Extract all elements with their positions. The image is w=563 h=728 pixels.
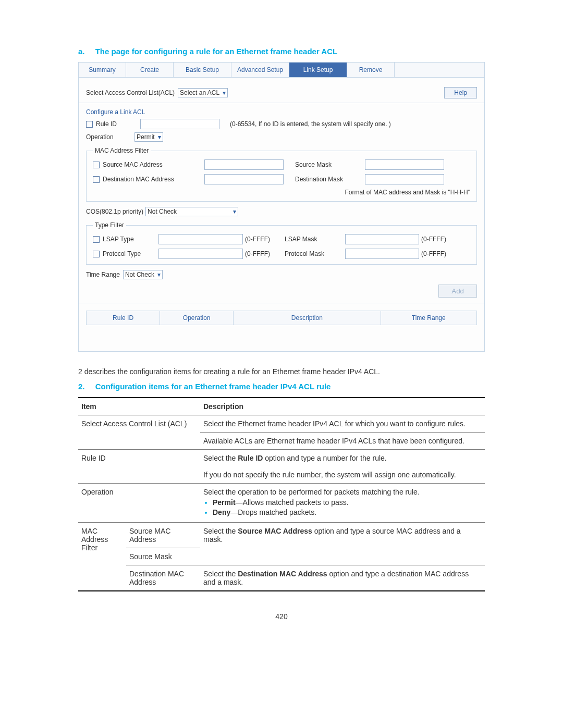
table-caption: 2. Configuration items for an Ethernet f… (78, 382, 485, 391)
caption-text: The page for configuring a rule for an E… (95, 47, 338, 56)
help-button[interactable]: Help (444, 87, 477, 98)
cell-rule-id-desc2: If you do not specify the rule number, t… (200, 466, 485, 484)
time-range-label: Time Range (86, 271, 120, 278)
operation-select[interactable]: Permit ▾ (134, 132, 163, 142)
acl-config-panel: Summary Create Basic Setup Advanced Setu… (78, 62, 485, 352)
tab-create[interactable]: Create (126, 63, 174, 77)
cell-rule-id-desc1: Select the Rule ID option and type a num… (200, 450, 485, 467)
page-number: 420 (78, 612, 485, 621)
tab-basic-setup[interactable]: Basic Setup (174, 63, 231, 77)
cell-source-mac-desc: Select the Source MAC Address option and… (200, 523, 485, 565)
col-time-range: Time Range (381, 311, 476, 325)
operation-label: Operation (86, 133, 134, 141)
lsap-type-input[interactable] (158, 234, 243, 244)
tab-bar: Summary Create Basic Setup Advanced Setu… (79, 63, 484, 78)
list-item: Deny—Drops matched packets. (213, 508, 482, 516)
cell-dest-mac: Destination MAC Address (126, 565, 200, 591)
tab-remove[interactable]: Remove (347, 63, 395, 77)
cell-select-acl-desc1: Select the Ethernet frame header IPv4 AC… (200, 415, 485, 433)
rule-id-input[interactable] (140, 119, 219, 129)
acl-select-value: Select an ACL (180, 89, 219, 96)
cell-select-acl-desc2: Available ACLs are Ethernet frame header… (200, 433, 485, 450)
cell-operation: Operation (78, 484, 200, 523)
cell-source-mask: Source Mask (126, 548, 200, 565)
rule-id-checkbox[interactable] (86, 121, 93, 128)
dest-mask-input[interactable] (365, 174, 444, 184)
source-mac-label: Source MAC Address (103, 161, 163, 168)
cell-dest-mac-desc: Select the Destination MAC Address optio… (200, 565, 485, 591)
dest-mask-label: Destination Mask (295, 176, 358, 183)
col-operation: Operation (160, 311, 234, 325)
operation-value: Permit (137, 133, 155, 141)
lsap-type-label: LSAP Type (103, 236, 134, 243)
add-button[interactable]: Add (438, 285, 477, 298)
type-filter-legend: Type Filter (93, 221, 126, 229)
protocol-type-checkbox[interactable] (93, 251, 100, 257)
chevron-down-icon: ▾ (157, 271, 161, 278)
caption-marker: a. (78, 47, 85, 56)
cell-mac-filter-group: MAC Address Filter (78, 523, 126, 591)
chevron-down-icon: ▾ (158, 133, 161, 141)
lsap-mask-range: (0-FFFF) (421, 236, 452, 243)
protocol-mask-input[interactable] (345, 249, 419, 259)
protocol-mask-range: (0-FFFF) (421, 250, 452, 257)
lsap-mask-input[interactable] (345, 234, 419, 244)
protocol-type-input[interactable] (158, 249, 243, 259)
cos-label: COS(802.1p priority) (86, 208, 143, 215)
rules-table-header: Rule ID Operation Description Time Range (86, 311, 477, 325)
type-filter-group: Type Filter LSAP Type (0-FFFF) LSAP Mask… (86, 221, 477, 265)
col-description: Description (234, 311, 381, 325)
cos-value: Not Check (148, 208, 177, 215)
protocol-type-range: (0-FFFF) (245, 250, 282, 257)
dest-mac-checkbox[interactable] (93, 176, 100, 183)
figure-caption: a. The page for configuring a rule for a… (78, 47, 485, 56)
cell-operation-desc: Select the operation to be performed for… (200, 484, 485, 523)
lsap-type-checkbox[interactable] (93, 236, 100, 243)
table-caption-marker: 2. (78, 382, 85, 391)
paragraph: 2 describes the configuration items for … (78, 367, 485, 376)
time-range-select[interactable]: Not Check ▾ (123, 270, 163, 279)
cell-rule-id: Rule ID (78, 450, 200, 484)
tab-spacer (395, 63, 484, 77)
th-item: Item (78, 398, 200, 415)
mac-filter-legend: MAC Address Filter (93, 147, 151, 154)
acl-select-label: Select Access Control List(ACL) (86, 89, 175, 96)
rule-id-hint: (0-65534, If no ID is entered, the syste… (230, 120, 391, 128)
cell-source-mac: Source MAC Address (126, 523, 200, 548)
tab-advanced-setup[interactable]: Advanced Setup (231, 63, 289, 77)
protocol-type-label: Protocol Type (103, 250, 141, 257)
config-items-table: Item Description Select Access Control L… (78, 397, 485, 591)
lsap-type-range: (0-FFFF) (245, 236, 282, 243)
source-mac-input[interactable] (204, 159, 284, 170)
rule-id-label: Rule ID (96, 120, 135, 128)
tab-summary[interactable]: Summary (79, 63, 126, 77)
source-mask-input[interactable] (365, 159, 444, 170)
cell-select-acl: Select Access Control List (ACL) (78, 415, 200, 450)
col-rule-id: Rule ID (87, 311, 160, 325)
acl-select[interactable]: Select an ACL ▾ (178, 88, 228, 97)
cos-select[interactable]: Not Check ▾ (145, 207, 238, 216)
dest-mac-input[interactable] (204, 174, 284, 184)
dest-mac-label: Destination MAC Address (103, 176, 174, 183)
list-item: Permit—Allows matched packets to pass. (213, 498, 482, 507)
table-caption-text: Configuration items for an Ethernet fram… (95, 382, 331, 391)
configure-link-acl-title: Configure a Link ACL (86, 108, 477, 116)
mac-format-hint: Format of MAC address and Mask is "H-H-H… (93, 189, 470, 196)
mac-address-filter-group: MAC Address Filter Source MAC Address So… (86, 147, 477, 202)
time-range-value: Not Check (125, 271, 154, 278)
th-description: Description (200, 398, 485, 415)
chevron-down-icon: ▾ (223, 89, 226, 96)
tab-link-setup[interactable]: Link Setup (289, 63, 347, 77)
chevron-down-icon: ▾ (233, 208, 236, 215)
source-mask-label: Source Mask (295, 161, 358, 168)
source-mac-checkbox[interactable] (93, 162, 100, 168)
lsap-mask-label: LSAP Mask (285, 236, 342, 243)
protocol-mask-label: Protocol Mask (285, 250, 342, 257)
